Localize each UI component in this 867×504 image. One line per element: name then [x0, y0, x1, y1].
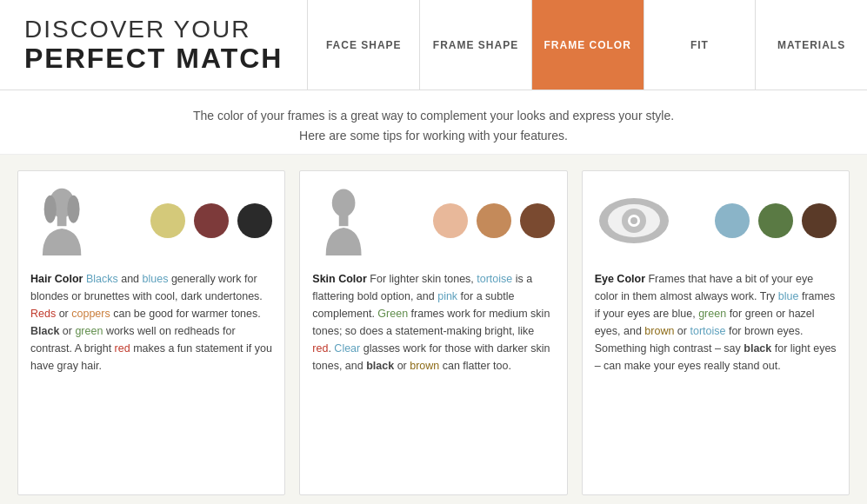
tab-frame-shape[interactable]: FRAME SHAPE [419, 0, 531, 90]
cards-row: Hair Color Blacks and blues generally wo… [0, 155, 867, 504]
skin-color-dots [433, 203, 555, 238]
skin-link-red: red [312, 342, 328, 355]
eye-dot-brown [802, 203, 837, 238]
svg-rect-5 [339, 215, 349, 226]
male-silhouette [312, 186, 390, 255]
tab-face-shape[interactable]: FACE SHAPE [307, 0, 419, 90]
title-perfect: PERFECT MATCH [24, 43, 283, 74]
hair-link-green: green [75, 325, 103, 337]
card-hair: Hair Color Blacks and blues generally wo… [17, 170, 285, 495]
hair-dot-blonde [150, 203, 185, 238]
eye-dot-blue [715, 203, 750, 238]
skin-label: Skin Color [312, 273, 370, 285]
card-hair-text: Hair Color Blacks and blues generally wo… [30, 270, 272, 375]
hair-label: Hair Color [30, 273, 86, 285]
hair-dot-brunette [194, 203, 229, 238]
eye-link-blue: blue [778, 290, 799, 302]
skin-dot-light [433, 203, 468, 238]
subtitle: The color of your frames is a great way … [0, 90, 867, 155]
card-hair-visual [30, 182, 272, 260]
card-eye-visual [595, 182, 837, 260]
skin-dot-dark [520, 203, 555, 238]
svg-point-3 [67, 196, 79, 223]
hair-dot-black [237, 203, 272, 238]
hair-link-red: red [115, 342, 130, 355]
hair-link-blacks: Blacks [86, 273, 118, 285]
eye-label: Eye Color [595, 273, 649, 285]
hair-color-dots [150, 203, 272, 238]
skin-dot-medium [477, 203, 511, 238]
tab-frame-color[interactable]: FRAME COLOR [531, 0, 644, 90]
hair-link-black: Black [30, 325, 59, 337]
eye-color-dots [715, 203, 837, 238]
title-block: DISCOVER YOUR PERFECT MATCH [0, 0, 307, 90]
svg-point-1 [44, 196, 57, 223]
svg-rect-2 [57, 216, 67, 226]
card-eye-text: Eye Color Frames that have a bit of your… [595, 270, 837, 375]
subtitle-line2: Here are some tips for working with your… [17, 126, 850, 145]
skin-link-brown: brown [410, 360, 439, 372]
skin-link-black: black [366, 360, 394, 372]
hair-link-coppers: coppers [71, 308, 110, 320]
title-discover: DISCOVER YOUR [24, 16, 283, 43]
hair-link-reds: Reds [30, 308, 56, 320]
svg-point-10 [630, 217, 637, 224]
hair-link-blues: blues [143, 273, 169, 285]
eye-link-black: black [744, 342, 771, 355]
card-skin: Skin Color For lighter skin tones, torto… [299, 170, 567, 495]
female-silhouette [30, 186, 109, 255]
skin-link-green: Green [377, 308, 408, 320]
skin-link-pink: pink [437, 290, 457, 302]
card-skin-text: Skin Color For lighter skin tones, torto… [312, 270, 554, 375]
tab-fit[interactable]: FIT [644, 0, 756, 90]
tab-materials[interactable]: MATERIALS [755, 0, 867, 90]
subtitle-line1: The color of your frames is a great way … [17, 106, 850, 125]
eye-link-tortoise: tortoise [690, 325, 725, 337]
eye-silhouette [595, 186, 673, 255]
card-skin-visual [312, 182, 554, 260]
card-eye: Eye Color Frames that have a bit of your… [582, 170, 850, 495]
skin-link-clear: Clear [334, 342, 360, 355]
nav-tabs: FACE SHAPE FRAME SHAPE FRAME COLOR FIT M… [307, 0, 867, 90]
skin-link-tortoise: tortoise [477, 273, 512, 285]
svg-point-4 [332, 189, 356, 217]
eye-link-green: green [698, 308, 726, 320]
header: DISCOVER YOUR PERFECT MATCH FACE SHAPE F… [0, 0, 867, 90]
eye-dot-green [758, 203, 793, 238]
eye-link-brown: brown [644, 325, 674, 337]
